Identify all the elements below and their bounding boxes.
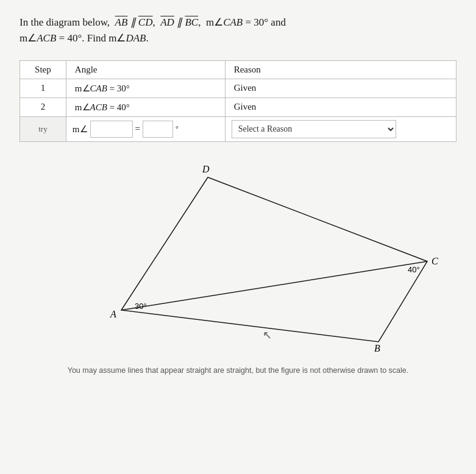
try-angle-cell: m∠ = ° — [66, 116, 225, 141]
svg-marker-0 — [121, 177, 427, 342]
angle-value-input[interactable] — [143, 121, 173, 138]
reason-cell: Select a Reason Given Alternate Interior… — [225, 116, 456, 141]
col-header-step: Step — [20, 60, 66, 79]
table-row: 2 m∠ACB = 40° Given — [20, 97, 456, 116]
cursor-icon: ↖ — [263, 329, 272, 341]
try-row: try m∠ = ° Select a Reason Given Alterna… — [20, 116, 456, 141]
point-label-b: B — [374, 343, 380, 353]
problem-statement: In the diagram below, AB ∥ CD, AD ∥ BC, … — [20, 15, 456, 47]
step-angle: m∠CAB = 30° — [66, 79, 225, 97]
step-angle: m∠ACB = 40° — [66, 97, 225, 116]
point-label-a: A — [110, 309, 116, 319]
try-label: try — [20, 116, 66, 141]
col-header-reason: Reason — [225, 60, 456, 79]
step-number: 1 — [20, 79, 66, 97]
point-label-c: C — [432, 256, 438, 266]
step-reason: Given — [225, 97, 456, 116]
step-reason: Given — [225, 79, 456, 97]
geometry-diagram: A D C B 30° 40° ↖ — [31, 153, 446, 360]
angle-prefix: m∠ — [73, 124, 88, 135]
col-header-angle: Angle — [66, 60, 225, 79]
table-row: 1 m∠CAB = 30° Given — [20, 79, 456, 97]
equals-sign: = — [135, 124, 140, 134]
angle-label-30: 30° — [135, 302, 147, 311]
reason-select[interactable]: Select a Reason Given Alternate Interior… — [232, 120, 396, 138]
step-number: 2 — [20, 97, 66, 116]
svg-line-1 — [121, 261, 427, 310]
angle-label-40: 40° — [408, 265, 420, 274]
angle-name-input[interactable] — [90, 121, 133, 138]
point-label-d: D — [202, 164, 210, 174]
footnote: You may assume lines that appear straigh… — [20, 366, 456, 375]
degree-symbol: ° — [176, 124, 179, 133]
